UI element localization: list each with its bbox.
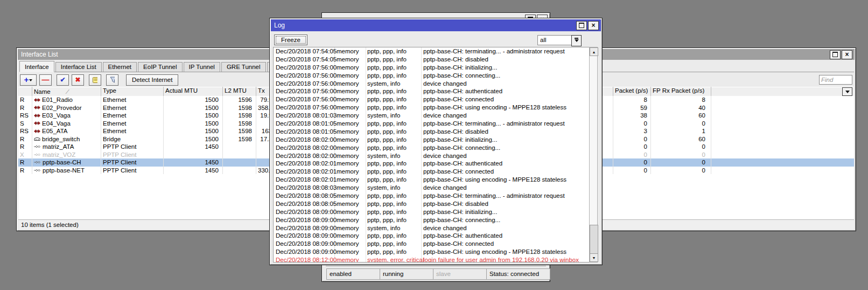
pptp-icon <box>34 160 41 164</box>
checkmark-icon: ✔ <box>60 76 65 84</box>
log-scrollbar[interactable]: ▲ ▼ <box>589 47 598 263</box>
log-message: pptp-base-CH: using encoding - MPPE128 s… <box>423 103 566 112</box>
log-topics: pptp, ppp, info <box>367 200 407 208</box>
dropdown-arrow-icon[interactable] <box>571 35 582 46</box>
log-entry[interactable]: Dec/20/2018 08:09:00memorypptp, ppp, inf… <box>274 216 589 224</box>
log-time: Dec/20/2018 07:56:00 <box>276 72 337 80</box>
find-input[interactable] <box>819 75 852 85</box>
enable-button[interactable]: ✔ <box>57 74 69 86</box>
ethernet-icon <box>34 129 40 134</box>
log-time: Dec/20/2018 08:02:01 <box>276 168 337 176</box>
log-entry[interactable]: Dec/20/2018 08:08:05memorypptp, ppp, inf… <box>274 192 589 200</box>
interface-name: E02_Provedor <box>42 104 82 112</box>
log-entry[interactable]: Dec/20/2018 07:56:00memorypptp, ppp, inf… <box>274 64 589 72</box>
column-header-actual-mtu[interactable]: Actual MTU <box>164 87 223 96</box>
log-buffer: memory <box>337 144 359 152</box>
log-entry[interactable]: Dec/20/2018 08:09:00memorypptp, ppp, inf… <box>274 248 589 256</box>
minus-icon: — <box>42 77 50 82</box>
cell-type: Ethernet <box>101 127 164 135</box>
cell-flag: RS <box>18 127 32 135</box>
column-header-fp-rx-packet[interactable]: FP Rx Packet (p/s) <box>651 87 711 96</box>
log-entry[interactable]: Dec/20/2018 08:09:00memorypptp, ppp, inf… <box>274 232 589 240</box>
disable-button[interactable]: ✖ <box>72 74 84 86</box>
log-entry[interactable]: Dec/20/2018 08:09:00memorypptp, ppp, inf… <box>274 208 589 216</box>
tab-eoip-tunnel[interactable]: EoIP Tunnel <box>138 62 182 72</box>
tab-ip-tunnel[interactable]: IP Tunnel <box>184 62 220 72</box>
close-icon[interactable]: × <box>842 50 852 59</box>
log-entry[interactable]: Dec/20/2018 08:08:05memorypptp, ppp, inf… <box>274 200 589 208</box>
cell-name: pptp-base-CH <box>32 158 101 167</box>
log-entry[interactable]: Dec/20/2018 08:02:01memorypptp, ppp, inf… <box>274 160 589 168</box>
log-entry[interactable]: Dec/20/2018 07:56:00memorypptp, ppp, inf… <box>274 95 589 103</box>
cell-type: Ethernet <box>101 120 164 128</box>
maximize-icon[interactable] <box>576 21 587 30</box>
scroll-down-icon[interactable]: ▼ <box>590 253 598 262</box>
freeze-button[interactable]: Freeze <box>274 34 307 45</box>
log-entry[interactable]: Dec/20/2018 07:56:00memorysystem, infode… <box>274 80 589 88</box>
column-header-name[interactable]: Name∕ <box>32 87 101 96</box>
tab-interface-list[interactable]: Interface List <box>55 62 102 72</box>
interface-name: E05_ATA <box>42 127 68 135</box>
add-button[interactable]: + <box>20 74 37 86</box>
column-header-type[interactable]: Type <box>101 87 164 96</box>
log-entry[interactable]: Dec/20/2018 07:56:00memorypptp, ppp, inf… <box>274 87 589 95</box>
column-header-packet[interactable]: Packet (p/s) <box>613 87 651 96</box>
log-entry[interactable]: Dec/20/2018 08:02:01memorypptp, ppp, inf… <box>274 176 589 184</box>
column-header-flags[interactable] <box>18 87 32 96</box>
log-entry[interactable]: Dec/20/2018 08:12:00memorysystem, error,… <box>274 256 589 263</box>
log-entry[interactable]: Dec/20/2018 08:01:05memorypptp, ppp, inf… <box>274 120 589 128</box>
sort-ascending-icon: ∕ <box>67 88 68 95</box>
cell-fp_rx_packet: 0 <box>651 167 711 175</box>
column-header-l2-mtu[interactable]: L2 MTU <box>223 87 256 96</box>
comment-button[interactable] <box>89 74 101 86</box>
log-topics: pptp, ppp, info <box>367 120 407 128</box>
log-entry[interactable]: Dec/20/2018 08:02:00memorypptp, ppp, inf… <box>274 144 589 152</box>
log-entry[interactable]: Dec/20/2018 08:02:00memorypptp, ppp, inf… <box>274 136 589 144</box>
log-window: Log × Freeze all Dec/20/2018 07:54:05mem… <box>269 18 603 265</box>
tab-ethernet[interactable]: Ethernet <box>103 62 137 72</box>
cell-l2_mtu <box>223 167 256 175</box>
window-controls: × <box>576 21 599 30</box>
log-time: Dec/20/2018 07:56:00 <box>276 103 337 112</box>
log-entry[interactable]: Dec/20/2018 08:02:00memorysystem, infode… <box>274 152 589 160</box>
scrollbar-thumb[interactable] <box>590 225 598 254</box>
log-filter-select[interactable]: all <box>537 35 572 45</box>
tab-interface[interactable]: Interface <box>19 61 54 72</box>
log-entry[interactable]: Dec/20/2018 08:01:05memorypptp, ppp, inf… <box>274 128 589 136</box>
cell-flag: S <box>18 120 32 128</box>
log-time: Dec/20/2018 07:54:05 <box>276 56 337 64</box>
remove-button[interactable]: — <box>39 74 52 86</box>
log-message: pptp-base-CH: connecting... <box>423 72 500 80</box>
tab-gre-tunnel[interactable]: GRE Tunnel <box>221 62 266 72</box>
log-buffer: memory <box>337 184 359 192</box>
log-buffer: memory <box>337 87 359 95</box>
detect-internet-button[interactable]: Detect Internet <box>126 74 178 86</box>
log-entry[interactable]: Dec/20/2018 07:54:05memorypptp, ppp, inf… <box>274 47 589 56</box>
log-entry[interactable]: Dec/20/2018 08:08:03memorysystem, infode… <box>274 184 589 192</box>
log-entry[interactable]: Dec/20/2018 07:54:05memorypptp, ppp, inf… <box>274 56 589 64</box>
cell-fp_rx_packet: 0 <box>651 158 711 167</box>
filter-button[interactable] <box>106 74 118 86</box>
interface-list-toolbar: + — ✔ ✖ Detect Internet <box>20 74 178 86</box>
pptp-icon <box>34 144 41 149</box>
log-entry[interactable]: Dec/20/2018 07:56:00memorypptp, ppp, inf… <box>274 72 589 80</box>
log-buffer: memory <box>337 128 359 136</box>
log-titlebar[interactable]: Log × <box>271 19 601 31</box>
cell-type: PPTP Client <box>101 158 164 167</box>
dialog-status-status-connected: Status: connected <box>486 268 550 280</box>
interface-name: matriz_ATA <box>43 143 74 150</box>
maximize-icon[interactable] <box>830 50 841 59</box>
cell-type: Bridge <box>101 135 164 143</box>
log-time: Dec/20/2018 08:12:00 <box>276 256 337 263</box>
scroll-up-icon[interactable]: ▲ <box>590 47 598 56</box>
cell-packet: 38 <box>613 112 651 120</box>
log-entry[interactable]: Dec/20/2018 08:09:00memorysystem, infode… <box>274 224 589 232</box>
close-icon[interactable]: × <box>588 21 599 30</box>
dialog-status-running: running <box>380 268 435 280</box>
log-message: pptp-base-CH: using encoding - MPPE128 s… <box>423 176 566 184</box>
log-entry[interactable]: Dec/20/2018 08:09:00memorypptp, ppp, inf… <box>274 240 589 248</box>
log-entry[interactable]: Dec/20/2018 08:02:01memorypptp, ppp, inf… <box>274 168 589 176</box>
log-entry[interactable]: Dec/20/2018 07:56:00memorypptp, ppp, inf… <box>274 103 589 112</box>
log-entry[interactable]: Dec/20/2018 08:01:03memorysystem, infode… <box>274 112 589 120</box>
column-select-dropdown[interactable] <box>842 87 852 96</box>
